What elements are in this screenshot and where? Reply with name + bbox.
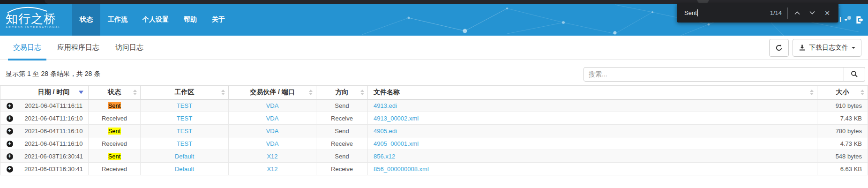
expand-row-button[interactable] [7, 115, 13, 122]
partner-link[interactable]: X12 [267, 153, 277, 160]
cell-status: Sent [89, 99, 141, 112]
sort-down-arrow [309, 93, 313, 95]
find-next-button[interactable] [805, 6, 820, 21]
expand-row-button[interactable] [7, 166, 13, 173]
sort-icon[interactable] [861, 90, 864, 95]
search-input[interactable] [584, 67, 844, 82]
nav-item-about[interactable]: 关于 [204, 4, 232, 36]
workspace-link[interactable]: TEST [177, 128, 192, 135]
cell-workspace: TEST [141, 125, 229, 137]
cell-expand [0, 99, 19, 112]
search-button[interactable] [844, 67, 865, 82]
transaction-log-table: 日期 / 时间状态工作区交易伙伴 / 端口方向文件名称大小 2021-06-04… [0, 85, 868, 175]
sort-icon[interactable] [133, 90, 137, 95]
sort-icon[interactable] [360, 90, 364, 95]
expand-row-button[interactable] [7, 141, 13, 147]
download-logs-button[interactable]: 下载日志文件 [793, 39, 861, 57]
log-tabs: 交易日志应用程序日志访问日志 [8, 36, 154, 60]
find-previous-button[interactable] [790, 6, 805, 21]
logout-button[interactable] [855, 15, 864, 24]
workspace-link[interactable]: Default [175, 165, 194, 173]
cell-partner-port: X12 [229, 163, 316, 175]
cell-direction: Receive [316, 163, 368, 175]
app-logo[interactable]: 知行之桥 ARCESB INTERNATIONAL [0, 4, 70, 36]
workspace-link[interactable]: Default [175, 153, 194, 160]
cell-direction: Send [316, 99, 368, 112]
user-menu[interactable]: l [839, 16, 848, 23]
column-header-expand [0, 86, 19, 99]
table-body: 2021-06-04T11:16:11SentTESTVDASend4913.e… [0, 99, 868, 175]
sort-icon[interactable] [309, 90, 313, 95]
tab-access-log[interactable]: 访问日志 [110, 36, 149, 60]
expand-row-button[interactable] [7, 103, 13, 109]
find-input[interactable]: Sent [684, 9, 770, 16]
nav-item-status[interactable]: 状态 [72, 4, 100, 36]
column-header-label: 大小 [836, 88, 849, 96]
sort-descending-icon[interactable] [79, 90, 83, 94]
chevron-up-icon [794, 11, 801, 15]
column-header-status[interactable]: 状态 [89, 86, 141, 99]
cell-filename: 4913.edi [368, 99, 817, 112]
file-link[interactable]: 4913_00002.xml [374, 115, 419, 122]
find-highlighted-status-text: Sent [108, 102, 121, 109]
workspace-link[interactable]: TEST [177, 115, 192, 122]
cell-datetime: 2021-06-04T11:16:10 [19, 112, 89, 125]
column-header-label: 状态 [108, 88, 121, 96]
table-row: 2021-06-03T16:30:41ReceivedDefaultX12Rec… [0, 163, 868, 175]
workspace-link[interactable]: TEST [177, 102, 192, 109]
column-header-filename[interactable]: 文件名称 [368, 86, 817, 99]
file-link[interactable]: 4905.edi [374, 128, 397, 135]
find-close-button[interactable]: × [820, 6, 835, 21]
column-header-label: 日期 / 时间 [38, 88, 70, 96]
partner-link[interactable]: VDA [266, 102, 279, 109]
cell-datetime: 2021-06-03T16:30:41 [19, 163, 89, 175]
text-cursor [697, 9, 698, 16]
table-row: 2021-06-04T11:16:10ReceivedTESTVDAReceiv… [0, 112, 868, 125]
partner-link[interactable]: X12 [267, 165, 277, 173]
file-link[interactable]: 856_000000008.xml [374, 165, 429, 173]
table-header-row: 日期 / 时间状态工作区交易伙伴 / 端口方向文件名称大小 [0, 86, 868, 99]
cell-direction: Receive [316, 137, 368, 150]
main-nav: 状态工作流个人设置帮助关于 [72, 4, 232, 36]
log-tabs-row: 交易日志应用程序日志访问日志 下载日志文件 [0, 36, 868, 60]
refresh-button[interactable] [769, 39, 789, 57]
nav-item-personal-settings[interactable]: 个人设置 [135, 4, 176, 36]
sort-icon[interactable] [810, 90, 814, 95]
nav-item-help[interactable]: 帮助 [176, 4, 204, 36]
tab-application-log[interactable]: 应用程序日志 [52, 36, 105, 60]
cell-expand [0, 137, 19, 150]
cell-size: 7.43 KB [817, 112, 868, 125]
column-header-size[interactable]: 大小 [817, 86, 868, 99]
cell-direction: Receive [316, 112, 368, 125]
table-row: 2021-06-04T11:16:10SentTESTVDASend4905.e… [0, 125, 868, 137]
file-link[interactable]: 4913.edi [374, 102, 397, 109]
sort-down-arrow [221, 93, 225, 95]
cell-datetime: 2021-06-04T11:16:10 [19, 125, 89, 137]
logo-arc-icon [6, 7, 49, 13]
sort-icon[interactable] [221, 90, 225, 95]
column-header-datetime[interactable]: 日期 / 时间 [19, 86, 89, 99]
cell-size: 780 bytes [817, 125, 868, 137]
partner-link[interactable]: VDA [266, 115, 279, 122]
file-link[interactable]: 4905_00001.xml [374, 140, 419, 147]
find-query-text: Sent [684, 9, 697, 16]
workspace-link[interactable]: TEST [177, 140, 192, 147]
expand-row-button[interactable] [7, 153, 13, 160]
cell-expand [0, 112, 19, 125]
partner-link[interactable]: VDA [266, 140, 279, 147]
sort-up-arrow [360, 90, 364, 92]
nav-item-workflows[interactable]: 工作流 [100, 4, 135, 36]
column-header-label: 交易伙伴 / 端口 [250, 88, 295, 96]
sort-up-arrow [810, 90, 814, 92]
column-header-workspace[interactable]: 工作区 [141, 86, 229, 99]
tab-transaction-log[interactable]: 交易日志 [8, 36, 46, 60]
cell-workspace: TEST [141, 137, 229, 150]
partner-link[interactable]: VDA [266, 128, 279, 135]
column-header-direction[interactable]: 方向 [316, 86, 368, 99]
cell-size: 910 bytes [817, 99, 868, 112]
expand-row-button[interactable] [7, 128, 13, 135]
logo-title: 知行之桥 [6, 12, 70, 25]
cell-filename: 856_000000008.xml [368, 163, 817, 175]
column-header-partner-port[interactable]: 交易伙伴 / 端口 [229, 86, 316, 99]
file-link[interactable]: 856.x12 [374, 153, 395, 160]
